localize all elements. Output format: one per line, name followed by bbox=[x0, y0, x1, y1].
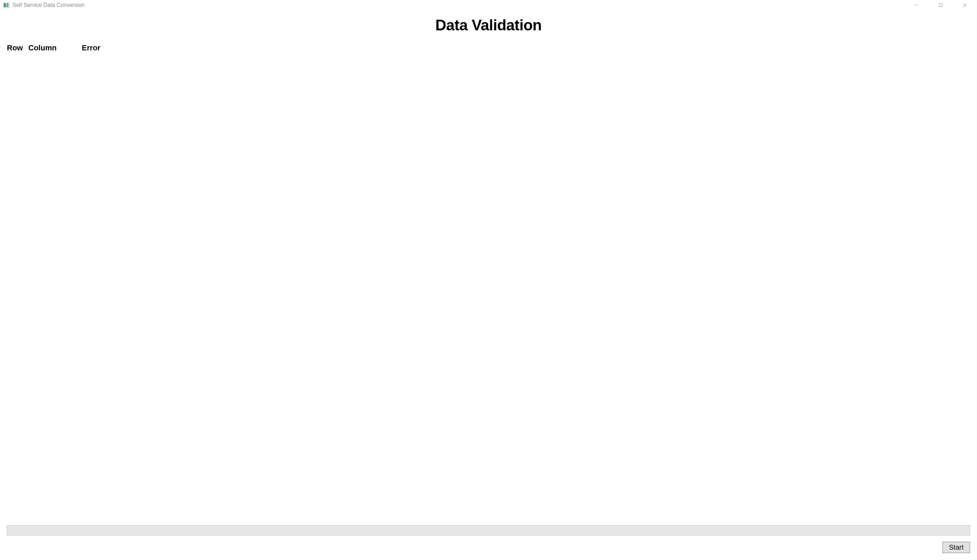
page-title: Data Validation bbox=[7, 17, 970, 34]
svg-rect-2 bbox=[7, 3, 7, 7]
start-button[interactable]: Start bbox=[942, 542, 970, 553]
app-icon bbox=[2, 1, 10, 9]
content-area: Data Validation Row Column Error Start bbox=[0, 10, 977, 560]
app-window: Self Service Data Conversion Data Valida… bbox=[0, 0, 977, 560]
close-button[interactable] bbox=[953, 0, 977, 10]
svg-rect-3 bbox=[8, 3, 8, 7]
svg-rect-5 bbox=[939, 4, 942, 7]
column-header-row: Row bbox=[7, 43, 28, 52]
column-header-column: Column bbox=[28, 43, 82, 52]
bottom-controls: Start bbox=[7, 525, 970, 553]
window-title: Self Service Data Conversion bbox=[12, 2, 905, 8]
column-header-error: Error bbox=[82, 43, 970, 52]
svg-rect-1 bbox=[4, 3, 6, 7]
window-controls bbox=[905, 0, 977, 10]
maximize-button[interactable] bbox=[929, 0, 953, 10]
titlebar: Self Service Data Conversion bbox=[0, 0, 977, 10]
validation-table: Row Column Error bbox=[7, 43, 970, 525]
button-row: Start bbox=[7, 542, 970, 553]
column-headers: Row Column Error bbox=[7, 43, 970, 52]
minimize-button[interactable] bbox=[905, 0, 929, 10]
progress-bar bbox=[7, 525, 970, 535]
